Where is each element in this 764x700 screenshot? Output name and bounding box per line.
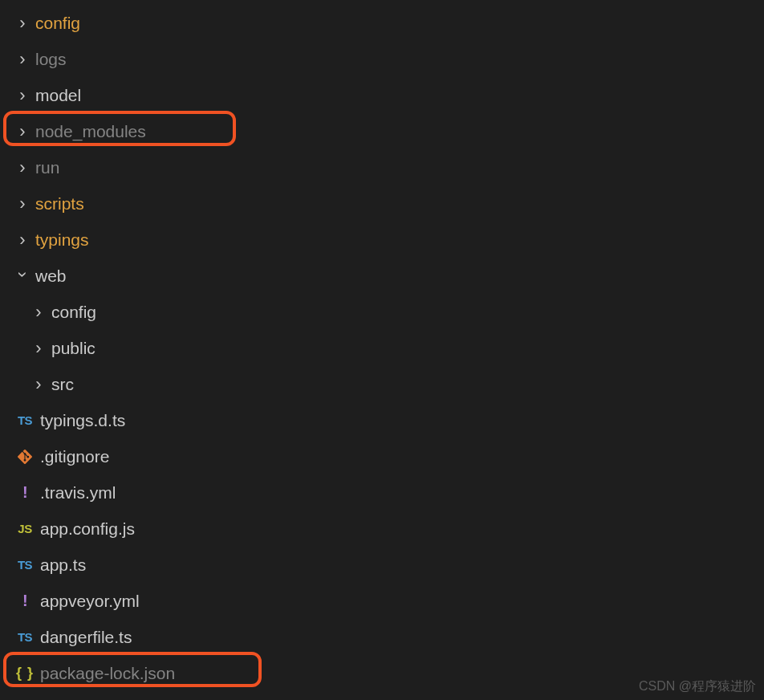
typescript-icon: TS — [14, 413, 35, 427]
folder-label: src — [51, 375, 74, 394]
folder-web-config[interactable]: › config — [0, 294, 764, 330]
chevron-right-icon: › — [14, 13, 30, 34]
file-typings-d-ts[interactable]: TS typings.d.ts — [0, 402, 764, 438]
file-app-config-js[interactable]: JS app.config.js — [0, 511, 764, 547]
chevron-right-icon: › — [14, 121, 30, 142]
chevron-right-icon: › — [30, 302, 47, 323]
folder-node-modules[interactable]: › node_modules — [0, 113, 764, 149]
file-label: .gitignore — [40, 447, 109, 466]
folder-label: public — [51, 339, 96, 358]
folder-config[interactable]: › config — [0, 5, 764, 41]
javascript-icon: JS — [14, 522, 35, 535]
folder-label: config — [51, 303, 96, 322]
file-label: app.ts — [40, 556, 86, 575]
json-icon: { } — [14, 665, 35, 682]
folder-typings[interactable]: › typings — [0, 222, 764, 258]
folder-label: run — [35, 158, 59, 177]
file-label: .travis.yml — [40, 483, 116, 503]
chevron-right-icon: › — [14, 193, 30, 214]
folder-label: config — [35, 14, 80, 33]
gitignore-icon — [14, 450, 35, 464]
folder-label: logs — [35, 50, 67, 69]
folder-label: web — [35, 267, 67, 286]
typescript-icon: TS — [14, 630, 35, 644]
folder-web[interactable]: › web — [0, 258, 764, 294]
file-travis-yml[interactable]: ! .travis.yml — [0, 474, 764, 511]
file-gitignore[interactable]: .gitignore — [0, 438, 764, 474]
folder-label: typings — [35, 230, 89, 250]
folder-run[interactable]: › run — [0, 149, 764, 185]
file-tree: › config › logs › model › node_modules ›… — [0, 0, 764, 700]
file-dangerfile-ts[interactable]: TS dangerfile.ts — [0, 619, 764, 655]
file-app-ts[interactable]: TS app.ts — [0, 547, 764, 583]
chevron-right-icon: › — [14, 230, 30, 250]
chevron-right-icon: › — [30, 338, 47, 359]
folder-label: node_modules — [35, 122, 146, 141]
file-label: app.config.js — [40, 519, 135, 539]
chevron-right-icon: › — [14, 157, 30, 178]
file-label: package-lock.json — [40, 664, 175, 683]
chevron-down-icon: › — [12, 267, 33, 283]
file-appveyor-yml[interactable]: ! appveyor.yml — [0, 583, 764, 619]
folder-web-src[interactable]: › src — [0, 366, 764, 402]
chevron-right-icon: › — [14, 85, 30, 106]
chevron-right-icon: › — [30, 374, 47, 395]
folder-scripts[interactable]: › scripts — [0, 185, 764, 222]
folder-web-public[interactable]: › public — [0, 330, 764, 366]
typescript-icon: TS — [14, 558, 35, 572]
folder-logs[interactable]: › logs — [0, 41, 764, 77]
chevron-right-icon: › — [14, 49, 30, 70]
file-label: appveyor.yml — [40, 592, 140, 611]
file-label: dangerfile.ts — [40, 628, 132, 647]
folder-model[interactable]: › model — [0, 77, 764, 113]
file-label: typings.d.ts — [40, 411, 125, 430]
folder-label: scripts — [35, 194, 84, 214]
yaml-icon: ! — [14, 483, 35, 502]
watermark: CSDN @程序猿进阶 — [639, 678, 756, 695]
yaml-icon: ! — [14, 592, 35, 610]
folder-label: model — [35, 86, 81, 105]
